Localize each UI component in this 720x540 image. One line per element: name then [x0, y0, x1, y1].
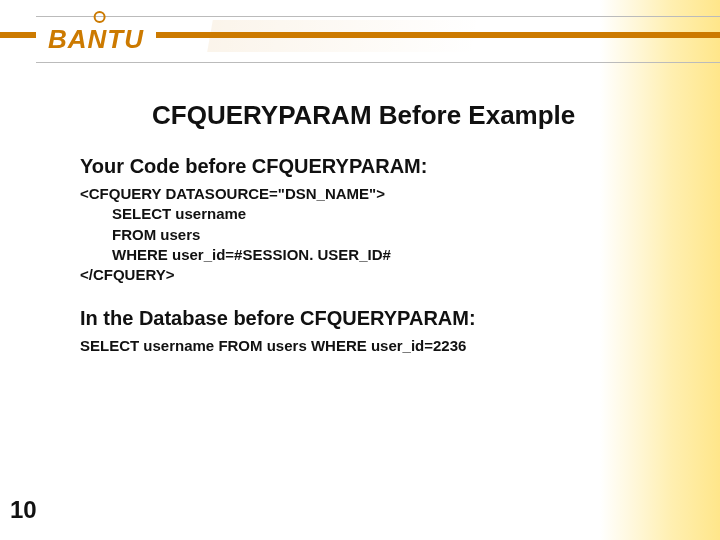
code-line: FROM users	[80, 225, 200, 245]
section1-heading: Your Code before CFQUERYPARAM:	[80, 155, 640, 178]
page-number: 10	[10, 496, 37, 524]
header-line-bottom	[36, 62, 720, 63]
logo-text: BANTU	[48, 24, 144, 55]
slide-content: CFQUERYPARAM Before Example Your Code be…	[80, 100, 640, 379]
code-line: SELECT username	[80, 204, 246, 224]
code-line: <CFQUERY DATASOURCE="DSN_NAME">	[80, 185, 385, 202]
code-line: </CFQUERY>	[80, 266, 174, 283]
code-block-2: SELECT username FROM users WHERE user_id…	[80, 336, 640, 356]
slide-title: CFQUERYPARAM Before Example	[152, 100, 640, 131]
header-line-top	[36, 16, 720, 17]
logo-accent-icon	[94, 11, 106, 23]
section2-heading: In the Database before CFQUERYPARAM:	[80, 307, 640, 330]
db-line: SELECT username FROM users WHERE user_id…	[80, 337, 466, 354]
header: BANTU	[0, 12, 720, 64]
logo-fade	[207, 20, 483, 52]
code-block-1: <CFQUERY DATASOURCE="DSN_NAME"> SELECT u…	[80, 184, 640, 285]
code-line: WHERE user_id=#SESSION. USER_ID#	[80, 245, 391, 265]
logo: BANTU	[36, 20, 156, 59]
